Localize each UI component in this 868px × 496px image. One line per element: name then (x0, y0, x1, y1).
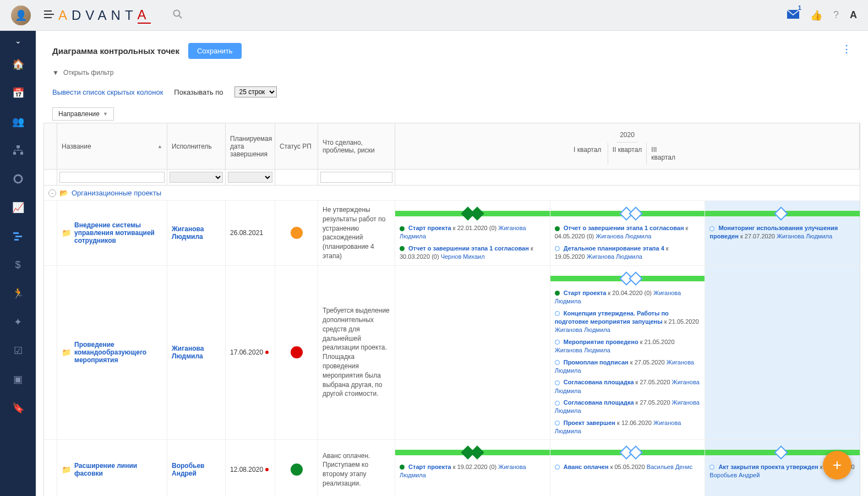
cell-name[interactable]: 📁 Внедрение системы управления мотивацие… (57, 201, 167, 265)
cell-expand (44, 266, 57, 439)
th-name[interactable]: Название ▲ (57, 123, 167, 169)
plus-sparkle-icon[interactable]: ✦ (9, 313, 28, 331)
milestone[interactable]: Детальное планирование этапа 4 к 19.05.2… (555, 244, 701, 261)
milestone-dot-icon (555, 340, 560, 345)
th-status[interactable]: Статус РП (275, 123, 318, 169)
table-row: 📁 Внедрение системы управления мотивацие… (44, 201, 860, 266)
milestone-count: (0) (489, 464, 496, 470)
th-executor[interactable]: Исполнитель (167, 123, 226, 169)
milestone-date: к 21.05.2020 (638, 339, 675, 345)
help-icon[interactable]: ? (833, 9, 839, 21)
cell-date: 12.08.2020 (226, 440, 275, 496)
milestone-dot-icon (400, 226, 405, 231)
milestone[interactable]: Мероприятие проведено к 21.05.2020 Жиган… (555, 338, 701, 355)
milestone[interactable]: Согласована площадка к 27.05.2020 Жигано… (555, 378, 701, 395)
diamond-icon (629, 206, 642, 220)
milestone-dot-icon (555, 246, 560, 251)
bookmark-icon[interactable]: 🔖 (9, 399, 28, 417)
th-planned-date[interactable]: Планируемая дата завершения (226, 123, 275, 169)
date-value: 12.08.2020 (230, 466, 263, 473)
milestone-dot-icon (709, 226, 714, 231)
svg-point-5 (14, 175, 22, 183)
add-fab[interactable]: + (823, 451, 851, 479)
cell-executor[interactable]: Жиганова Людмила (167, 201, 226, 265)
hierarchy-icon[interactable] (9, 141, 28, 160)
milestone[interactable]: Концепция утверждена. Работы по подготов… (555, 309, 701, 335)
filter-date-select[interactable] (228, 172, 272, 183)
app-icon[interactable]: A (850, 9, 857, 21)
task-icon: 📁 (62, 465, 71, 474)
cell-notes: Требуется выделение дополнительных средс… (318, 266, 395, 439)
home-icon[interactable]: 🏠 (9, 55, 28, 74)
filter-exec-select[interactable] (170, 172, 223, 183)
cell-executor[interactable]: Воробьев Андрей (167, 440, 226, 496)
cell-name[interactable]: 📁 Проведение командообразующего мероприя… (57, 266, 167, 439)
menu-toggle-icon[interactable] (44, 10, 54, 20)
cell-name[interactable]: 📁 Расширение линии фасовки (57, 440, 167, 496)
milestone-title: Концепция утверждена. Работы по подготов… (555, 310, 669, 325)
running-icon[interactable]: 🏃 (9, 284, 28, 303)
th-notes[interactable]: Что сделано, проблемы, риски (318, 123, 395, 169)
diamond-icon (471, 206, 484, 220)
milestone-person: Воробьев Андрей (709, 472, 760, 478)
milestone[interactable]: Старт проекта к 19.02.2020 (0) Жиганова … (400, 463, 545, 480)
th-q3: III квартал (647, 143, 685, 165)
milestone[interactable]: Аванс оплачен к 05.05.2020 Васильев Дени… (555, 463, 701, 471)
milestone[interactable]: Проект завершен к 12.06.2020 Жиганова Лю… (555, 419, 701, 436)
save-button[interactable]: Сохранить (188, 43, 242, 59)
milestone-title: Согласована площадка (564, 379, 634, 385)
main-content: Диаграмма контрольных точек Сохранить ⋮ … (36, 31, 868, 496)
milestone-date: к 05.05.2020 (609, 464, 645, 470)
diamond-icon (629, 271, 642, 285)
window-icon[interactable]: ▣ (9, 370, 28, 389)
rows-per-page-select[interactable]: 25 строк (234, 86, 277, 97)
gantt-icon[interactable] (9, 227, 28, 246)
grouping-chip[interactable]: Направление ▼ (52, 107, 114, 121)
dollar-icon[interactable]: $ (9, 255, 28, 274)
top-header: 👤 ADVANTA 1 👍 ? A (0, 0, 868, 31)
task-icon: 📁 (62, 348, 71, 357)
milestone[interactable]: Старт проекта к 20.04.2020 (0) Жиганова … (555, 289, 701, 306)
donut-icon[interactable] (9, 170, 28, 188)
cell-notes: Не утверждены результаты работ по устран… (318, 201, 395, 265)
milestone-dot-icon (555, 311, 560, 316)
grouping-label: Направление (58, 110, 100, 118)
milestone[interactable]: Отчет о завершении этапа 1 согласован к … (555, 224, 701, 241)
cell-timeline: Старт проекта к 19.02.2020 (0) Жиганова … (395, 440, 860, 496)
date-value: 17.06.2020 (230, 348, 263, 356)
milestone[interactable]: Отчет о завершении этапа 1 согласован к … (400, 244, 545, 261)
folder-icon: 📂 (59, 189, 68, 197)
task-name: Внедрение системы управления мотивацией … (74, 221, 162, 244)
chart-icon[interactable]: 📈 (9, 198, 28, 217)
filter-expand (44, 170, 57, 185)
checklist-icon[interactable]: ☑ (9, 341, 28, 360)
group-row[interactable]: – 📂 Организационные проекты (44, 186, 860, 201)
mail-icon[interactable]: 1 (787, 10, 799, 20)
page-title: Диаграмма контрольных точек (52, 46, 179, 56)
calendar-icon[interactable]: 📅 (9, 84, 28, 102)
milestone-title: Аванс оплачен (564, 464, 609, 470)
people-icon[interactable]: 👥 (9, 112, 28, 131)
filter-notes-input[interactable] (320, 172, 392, 183)
status-circle-icon (291, 227, 303, 239)
collapse-icon[interactable]: – (48, 189, 56, 197)
cell-executor[interactable]: Жиганова Людмила (167, 266, 226, 439)
milestone-dot-icon (555, 360, 560, 365)
milestone-title: Детальное планирование этапа 4 (564, 245, 664, 252)
milestone[interactable]: Промоплан подписан к 27.05.2020 Жиганова… (555, 358, 701, 375)
open-filter-row[interactable]: ▼ Открыть фильтр (36, 64, 868, 81)
more-vertical-icon[interactable]: ⋮ (842, 43, 851, 55)
cell-expand (44, 201, 57, 265)
chevron-down-icon[interactable]: ⌄ (15, 36, 21, 45)
hidden-columns-link[interactable]: Вывести список скрытых колонок (52, 88, 163, 96)
q1-col: Старт проекта к 19.02.2020 (0) Жиганова … (395, 440, 550, 496)
milestone[interactable]: Мониторинг использования улучшения прове… (709, 224, 855, 241)
filter-name-input[interactable] (59, 172, 165, 183)
milestone[interactable]: Старт проекта к 22.01.2020 (0) Жиганова … (400, 224, 545, 241)
cell-notes: Аванс оплачен. Приступаем ко второму эта… (318, 440, 395, 496)
milestone[interactable]: Согласована площадка к 27.05.2020 Жигано… (555, 399, 701, 416)
search-icon[interactable] (173, 9, 183, 21)
thumbs-up-icon[interactable]: 👍 (810, 9, 822, 21)
q2-col: Отчет о завершении этапа 1 согласован к … (550, 201, 706, 265)
avatar[interactable]: 👤 (11, 6, 31, 25)
